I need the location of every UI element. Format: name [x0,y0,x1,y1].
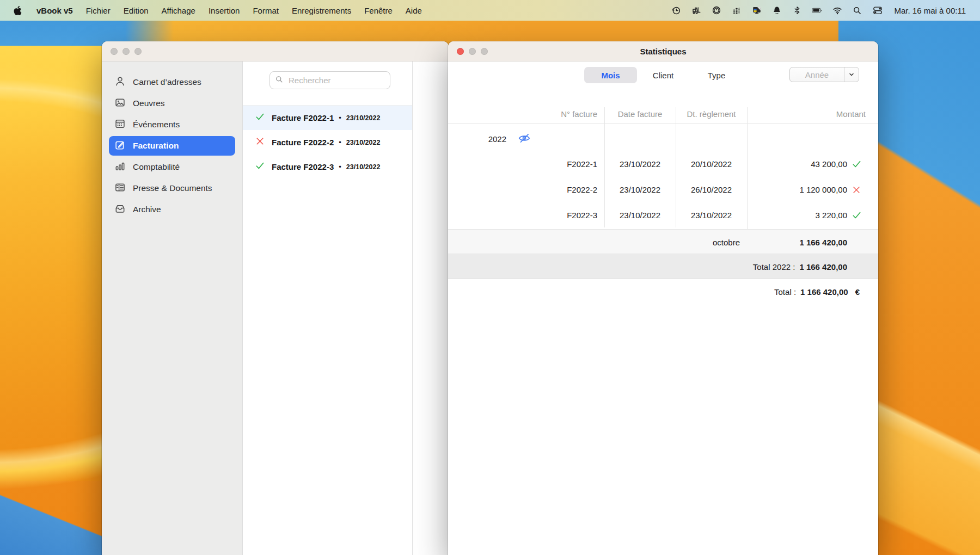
sidebar-item-comptabilite[interactable]: Comptabilité [109,157,235,177]
year-total-row: Total 2022 : 1 166 420,00 [448,254,878,279]
compose-icon [114,139,126,153]
menu-edition[interactable]: Edition [117,6,155,15]
tab-client[interactable]: Client [636,67,690,83]
month-label: octobre [666,230,740,255]
grand-total-row: Total : 1 166 420,00 € [448,279,878,304]
sidebar-item-archive[interactable]: Archive [109,200,235,219]
search-icon [275,75,284,86]
cell-num: F2022-1 [448,151,597,177]
invoice-table-row[interactable]: F2022-1 23/10/2022 20/10/2022 43 200,00 [448,151,878,177]
invoice-table-row[interactable]: F2022-3 23/10/2022 23/10/2022 3 220,00 [448,202,878,228]
statistics-body: Mois Client Type Année N° facture Date f… [448,61,878,555]
sidebar-item-carnet-adresses[interactable]: Carnet d’adresses [109,72,235,92]
header-divider [448,124,878,124]
cell-date-facture: 23/10/2022 [604,202,676,228]
main-window-body: Carnet d’adresses Oeuvres Événements Fac… [102,61,449,555]
sidebar-item-oeuvres[interactable]: Oeuvres [109,94,235,113]
control-center-icon[interactable] [872,5,883,16]
bullet-separator: • [339,114,341,122]
search-input[interactable] [287,75,385,85]
invoice-date: 23/10/2022 [346,163,381,171]
invoice-list-pane: Facture F2022-1 • 23/10/2022 Facture F20… [243,61,413,555]
menu-bar-clock[interactable]: Mar. 16 mai à 00:11 [895,6,966,15]
menu-bar-status-area: Mar. 16 mai à 00:11 [671,5,980,16]
one-password-icon[interactable] [711,5,722,16]
sidebar-item-label: Oeuvres [133,98,165,108]
paid-check-icon [255,112,265,124]
activity-bars-icon[interactable] [731,5,742,16]
column-header-dt-reglement[interactable]: Dt. règlement [676,109,747,119]
invoice-list: Facture F2022-1 • 23/10/2022 Facture F20… [243,105,412,179]
wifi-icon[interactable] [832,5,843,16]
menu-affichage[interactable]: Affichage [155,6,202,15]
archive-tray-icon [114,203,126,217]
currency-symbol: € [855,287,860,297]
time-machine-icon[interactable] [671,5,682,16]
invoice-table-row[interactable]: F2022-2 23/10/2022 26/10/2022 1 120 000,… [448,177,878,202]
app-menu-name[interactable]: vBook v5 [30,6,79,15]
cell-dt-reglement: 23/10/2022 [676,202,747,228]
display-ukraine-icon[interactable] [751,5,762,16]
cell-montant: 3 220,00 [747,202,847,228]
statistics-window: Statistiques Mois Client Type Année N° f… [448,41,878,555]
sidebar: Carnet d’adresses Oeuvres Événements Fac… [102,61,243,555]
invoice-list-item[interactable]: Facture F2022-3 • 23/10/2022 [243,155,412,179]
spotlight-icon[interactable] [852,5,863,16]
close-button[interactable] [111,48,118,55]
menu-bar: vBook v5 Fichier Edition Affichage Inser… [0,0,980,21]
cell-date-facture: 23/10/2022 [604,151,676,177]
invoice-title: Facture F2022-2 [272,138,334,147]
search-field[interactable] [270,71,390,89]
menu-format[interactable]: Format [246,6,285,15]
sidebar-item-presse-documents[interactable]: Presse & Documents [109,178,235,198]
year-select[interactable]: Année [789,67,859,82]
month-subtotal-row: octobre 1 166 420,00 [448,229,878,254]
grand-total-value: 1 166 420,00 [800,287,848,297]
statistics-titlebar[interactable]: Statistiques [448,41,878,61]
bullet-separator: • [339,138,341,146]
sidebar-item-label: Facturation [133,141,179,151]
chevron-down-icon[interactable] [844,67,859,82]
month-subtotal-value: 1 166 420,00 [747,230,847,255]
column-header-montant[interactable]: Montant [747,109,866,119]
invoice-list-item[interactable]: Facture F2022-2 • 23/10/2022 [243,130,412,155]
invoice-list-item[interactable]: Facture F2022-1 • 23/10/2022 [243,106,412,130]
battery-icon[interactable] [812,5,823,16]
year-total-label: Total 2022 : [753,262,795,272]
picture-icon [114,97,126,110]
cell-num: F2022-2 [448,177,597,202]
tab-mois[interactable]: Mois [584,67,637,83]
column-header-num-facture[interactable]: N° facture [448,109,597,119]
invoice-title: Facture F2022-3 [272,162,334,171]
bell-icon[interactable] [771,5,782,16]
cell-montant: 43 200,00 [747,151,847,177]
person-icon [114,76,126,89]
eye-off-icon[interactable] [518,132,531,147]
column-header-date-facture[interactable]: Date facture [604,109,676,119]
invoice-date: 23/10/2022 [346,139,381,146]
unpaid-cross-icon [255,136,265,149]
menu-aide[interactable]: Aide [399,6,428,15]
menu-fichier[interactable]: Fichier [79,6,117,15]
menu-enregistrements[interactable]: Enregistrements [285,6,358,15]
zoom-button[interactable] [134,48,142,55]
unpaid-cross-icon [850,177,863,202]
menu-fenetre[interactable]: Fenêtre [358,6,399,15]
bluetooth-icon[interactable] [792,5,803,16]
newspaper-icon [114,182,126,195]
menu-insertion[interactable]: Insertion [202,6,247,15]
cell-dt-reglement: 20/10/2022 [676,151,747,177]
tab-type[interactable]: Type [689,67,744,83]
sidebar-item-facturation[interactable]: Facturation [109,136,235,156]
sidebar-item-label: Archive [133,205,161,214]
minimize-button[interactable] [122,48,130,55]
apple-menu-icon[interactable] [13,5,22,16]
year-total-value: 1 166 420,00 [799,262,847,272]
year-group-label: 2022 [470,134,506,144]
main-window-titlebar[interactable] [102,41,449,61]
cell-montant: 1 120 000,00 [747,177,847,202]
forklift-icon[interactable] [691,5,702,16]
sidebar-item-evenements[interactable]: Événements [109,115,235,134]
bullet-separator: • [339,163,341,171]
cell-num: F2022-3 [448,202,597,228]
